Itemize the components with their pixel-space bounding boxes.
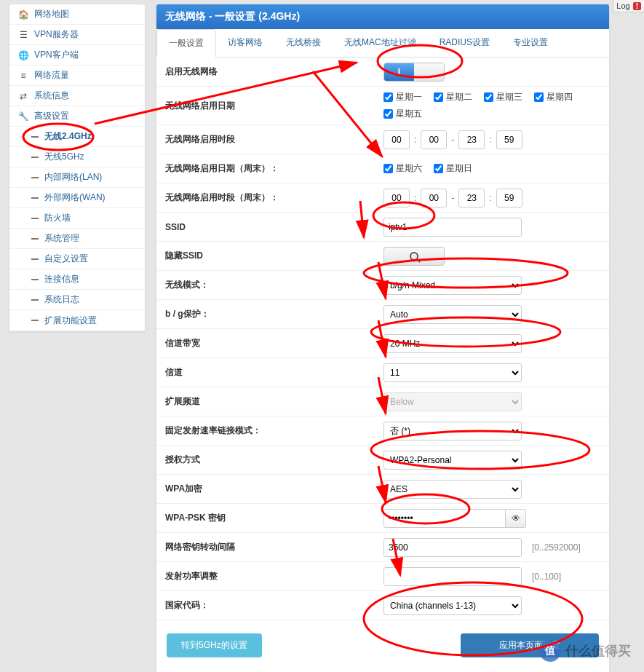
sidebar-sub-wifi5[interactable]: 无线5GHz bbox=[9, 147, 145, 167]
sidebar-sub-firewall[interactable]: 防火墙 bbox=[9, 208, 145, 229]
sidebar-sub-conn[interactable]: 连接信息 bbox=[9, 269, 145, 290]
sidebar-item-label: 网络地图 bbox=[34, 8, 69, 20]
channel-select[interactable]: 11 bbox=[383, 363, 522, 382]
main-panel: 无线网络 - 一般设置 (2.4GHz) 一般设置 访客网络 无线桥接 无线MA… bbox=[156, 4, 610, 672]
label-enable-wifi: 启用无线网络 bbox=[165, 66, 383, 78]
time2-h1[interactable] bbox=[383, 189, 410, 207]
sidebar-item-label: 系统信息 bbox=[34, 90, 69, 102]
tab-bridge[interactable]: 无线桥接 bbox=[274, 29, 333, 57]
minus-icon bbox=[31, 320, 39, 321]
sidebar-sub-custom[interactable]: 自定义设置 bbox=[9, 249, 145, 269]
minus-icon bbox=[31, 238, 39, 240]
sidebar-sub-wifi24[interactable]: 无线2.4GHz bbox=[9, 127, 145, 147]
sidebar-item-label: 内部网络(LAN) bbox=[44, 171, 102, 183]
label-bw: 信道带宽 bbox=[165, 337, 383, 349]
tabbar: 一般设置 访客网络 无线桥接 无线MAC地址过滤 RADIUS设置 专业设置 bbox=[156, 29, 609, 58]
chk-sun[interactable]: 星期日 bbox=[434, 162, 472, 175]
label-sched-days: 无线网络启用日期 bbox=[165, 100, 383, 112]
bars-icon: ≡ bbox=[18, 71, 28, 81]
country-select[interactable]: China (channels 1-13) bbox=[383, 596, 522, 615]
time2-m1[interactable] bbox=[421, 189, 447, 207]
watermark-icon: 值 bbox=[539, 640, 561, 662]
chk-wed[interactable]: 星期三 bbox=[484, 91, 522, 103]
label-psk: WPA-PSK 密钥 bbox=[165, 512, 383, 524]
label-mode: 无线模式： bbox=[165, 279, 383, 291]
chk-mon[interactable]: 星期一 bbox=[383, 91, 422, 103]
search-icon bbox=[410, 252, 418, 261]
sidebar-item-label: 防火墙 bbox=[44, 212, 71, 224]
txpwr-hint: [0..100] bbox=[532, 572, 561, 582]
sidebar-item-label: 高级设置 bbox=[34, 110, 69, 122]
show-password-button[interactable]: 👁 bbox=[506, 509, 526, 528]
minus-icon bbox=[31, 136, 39, 138]
tab-general[interactable]: 一般设置 bbox=[156, 29, 216, 58]
sidebar-item-advanced[interactable]: 🔧高级设置 bbox=[9, 106, 145, 127]
time2-h2[interactable] bbox=[458, 189, 485, 207]
sidebar-item-label: 自定义设置 bbox=[44, 253, 88, 265]
time1-h2[interactable] bbox=[458, 130, 485, 149]
settings-form: 启用无线网络 I 无线网络启用日期 星期一 星期二 星期三 星期四 星期五 无线… bbox=[156, 58, 609, 672]
time1-m1[interactable] bbox=[421, 130, 447, 149]
auth-select[interactable]: WPA2-Personal bbox=[383, 451, 522, 470]
bgprotect-select[interactable]: Auto bbox=[383, 305, 522, 324]
time1-m2[interactable] bbox=[496, 130, 522, 149]
wrench-icon: 🔧 bbox=[18, 111, 28, 122]
bw-select[interactable]: 20 MHz bbox=[383, 334, 522, 353]
hide-ssid-toggle[interactable] bbox=[383, 247, 445, 266]
minus-icon bbox=[31, 218, 39, 219]
random-icon: ⇄ bbox=[18, 91, 28, 101]
sidebar-item-vpn-server[interactable]: ☰VPN服务器 bbox=[9, 25, 145, 45]
sidebar-item-label: 无线5GHz bbox=[44, 151, 84, 163]
sidebar-subnav: 无线2.4GHz 无线5GHz 内部网络(LAN) 外部网络(WAN) 防火墙 … bbox=[9, 127, 145, 331]
tab-radius[interactable]: RADIUS设置 bbox=[428, 29, 501, 57]
sidebar: 🏠网络地图 ☰VPN服务器 🌐VPN客户端 ≡网络流量 ⇄系统信息 🔧高级设置 … bbox=[9, 4, 146, 332]
rekey-hint: [0..2592000] bbox=[532, 542, 581, 553]
label-txpwr: 发射功率调整 bbox=[165, 570, 383, 582]
wpaenc-select[interactable]: AES bbox=[383, 480, 522, 499]
label-ssid: SSID bbox=[165, 222, 383, 232]
enable-wifi-toggle[interactable]: I bbox=[383, 63, 445, 82]
eye-icon: 👁 bbox=[512, 513, 520, 523]
switch-5ghz-button[interactable]: 转到5GHz的设置 bbox=[167, 633, 262, 657]
psk-input[interactable] bbox=[383, 509, 506, 528]
page-title: 无线网络 - 一般设置 (2.4GHz) bbox=[156, 4, 609, 29]
chk-sat[interactable]: 星期六 bbox=[383, 162, 422, 175]
sidebar-item-sysinfo[interactable]: ⇄系统信息 bbox=[9, 86, 145, 106]
sidebar-item-label: 连接信息 bbox=[44, 273, 79, 285]
fixedrate-select[interactable]: 否 (*) bbox=[383, 422, 522, 440]
tab-professional[interactable]: 专业设置 bbox=[501, 29, 560, 57]
minus-icon bbox=[31, 197, 39, 199]
minus-icon bbox=[31, 299, 39, 301]
sidebar-sub-lan[interactable]: 内部网络(LAN) bbox=[9, 167, 145, 188]
time1-h1[interactable] bbox=[383, 130, 410, 149]
sidebar-item-vpn-client[interactable]: 🌐VPN客户端 bbox=[9, 45, 145, 66]
mode-select[interactable]: b/g/n Mixed bbox=[383, 276, 522, 295]
time2-m2[interactable] bbox=[496, 189, 522, 207]
watermark: 值 什么值得买 bbox=[539, 640, 631, 662]
label-rekey: 网络密钥转动间隔 bbox=[165, 541, 383, 553]
sidebar-sub-syslog[interactable]: 系统日志 bbox=[9, 290, 145, 310]
txpwr-input[interactable] bbox=[383, 567, 522, 586]
list-icon: ☰ bbox=[18, 30, 28, 40]
sidebar-item-netmap[interactable]: 🏠网络地图 bbox=[9, 4, 145, 25]
toggle-on: I bbox=[384, 63, 414, 81]
globe-icon: 🌐 bbox=[18, 50, 28, 60]
ssid-input[interactable] bbox=[383, 218, 522, 237]
toggle-off bbox=[414, 63, 444, 81]
tab-guest[interactable]: 访客网络 bbox=[216, 29, 274, 57]
log-link[interactable]: Log bbox=[616, 1, 629, 10]
chk-thu[interactable]: 星期四 bbox=[534, 91, 573, 103]
chk-tue[interactable]: 星期二 bbox=[434, 91, 472, 103]
topbar: Log ! bbox=[613, 0, 644, 12]
sidebar-sub-sysadmin[interactable]: 系统管理 bbox=[9, 229, 145, 249]
sidebar-sub-extension[interactable]: 扩展功能设置 bbox=[9, 310, 145, 331]
minus-icon bbox=[31, 279, 39, 280]
tab-macfilter[interactable]: 无线MAC地址过滤 bbox=[333, 29, 428, 57]
sidebar-item-traffic[interactable]: ≡网络流量 bbox=[9, 66, 145, 86]
sidebar-sub-wan[interactable]: 外部网络(WAN) bbox=[9, 188, 145, 208]
chk-fri[interactable]: 星期五 bbox=[383, 108, 422, 120]
sidebar-item-label: 扩展功能设置 bbox=[44, 315, 97, 327]
minus-icon bbox=[31, 177, 39, 178]
log-badge[interactable]: ! bbox=[633, 2, 641, 10]
rekey-input[interactable] bbox=[383, 538, 522, 557]
